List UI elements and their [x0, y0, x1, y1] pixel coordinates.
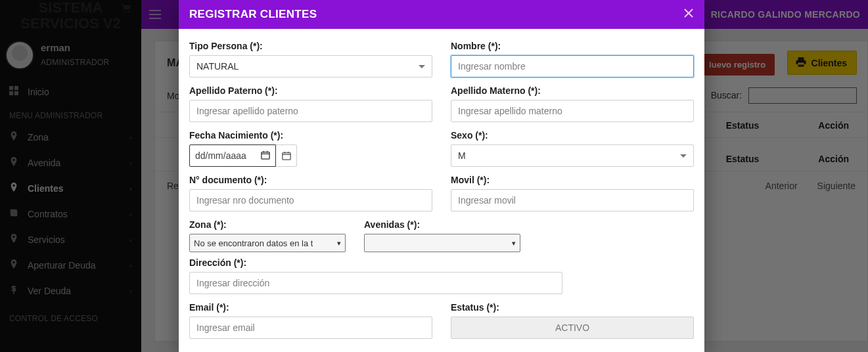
input-email[interactable] — [189, 317, 432, 339]
select-tipo-persona[interactable]: NATURAL — [189, 55, 432, 77]
field-estatus: Estatus (*): ACTIVO — [451, 302, 694, 339]
label-fecha-nacimiento: Fecha Nacimiento (*): — [189, 130, 432, 141]
svg-rect-8 — [262, 152, 269, 159]
label-nombre: Nombre (*): — [451, 41, 694, 51]
input-ndoc[interactable] — [189, 189, 432, 211]
select-sexo[interactable]: M — [451, 144, 694, 167]
modal-registrar-clientes: REGISTRAR CLIENTES Tipo Persona (*): NAT… — [179, 0, 704, 352]
caret-down-icon — [419, 65, 425, 68]
input-movil[interactable] — [451, 189, 694, 211]
label-sexo: Sexo (*): — [451, 130, 694, 141]
modal-title: REGISTRAR CLIENTES — [189, 8, 317, 21]
field-fecha-nacimiento: Fecha Nacimiento (*): dd/mm/aaaa — [189, 130, 432, 167]
caret-down-icon: ▾ — [512, 239, 516, 248]
label-ap-materno: Apellido Materno (*): — [451, 85, 694, 96]
label-movil: Movil (*): — [451, 175, 694, 185]
caret-down-icon — [680, 154, 687, 158]
label-email: Email (*): — [189, 302, 432, 313]
label-avenidas: Avenidas (*): — [364, 219, 520, 230]
label-ndoc: N° documento (*): — [189, 175, 432, 185]
input-nombre[interactable] — [451, 55, 694, 77]
field-ap-paterno: Apellido Paterno (*): — [189, 85, 432, 122]
input-estatus: ACTIVO — [451, 317, 694, 339]
label-direccion: Dirección (*): — [189, 257, 562, 268]
calendar-inline-icon — [261, 150, 270, 162]
modal-header: REGISTRAR CLIENTES — [179, 0, 704, 29]
calendar-button[interactable] — [276, 144, 297, 167]
input-direccion[interactable] — [189, 272, 562, 294]
field-ndoc: N° documento (*): — [189, 175, 432, 211]
label-ap-paterno: Apellido Paterno (*): — [189, 85, 432, 96]
field-zona-avenidas-row: Zona (*): No se encontraron datos en la … — [189, 219, 694, 294]
label-estatus: Estatus (*): — [451, 302, 694, 313]
input-ap-paterno[interactable] — [189, 100, 432, 122]
caret-down-icon: ▾ — [337, 239, 341, 248]
input-fecha-nacimiento[interactable]: dd/mm/aaaa — [189, 144, 276, 167]
label-zona: Zona (*): — [189, 219, 346, 230]
close-icon[interactable] — [683, 8, 694, 22]
svg-rect-12 — [282, 153, 290, 160]
select-avenidas[interactable]: ▾ — [364, 234, 520, 252]
modal-body: Tipo Persona (*): NATURAL Nombre (*): Ap… — [179, 29, 704, 339]
field-nombre: Nombre (*): — [451, 41, 694, 77]
input-ap-materno[interactable] — [451, 100, 694, 122]
field-tipo-persona: Tipo Persona (*): NATURAL — [189, 41, 432, 77]
label-tipo-persona: Tipo Persona (*): — [189, 41, 432, 51]
field-email: Email (*): — [189, 302, 432, 339]
field-movil: Movil (*): — [451, 175, 694, 211]
field-sexo: Sexo (*): M — [451, 130, 694, 167]
select-zona[interactable]: No se encontraron datos en la t ▾ — [189, 234, 346, 252]
field-ap-materno: Apellido Materno (*): — [451, 85, 694, 122]
